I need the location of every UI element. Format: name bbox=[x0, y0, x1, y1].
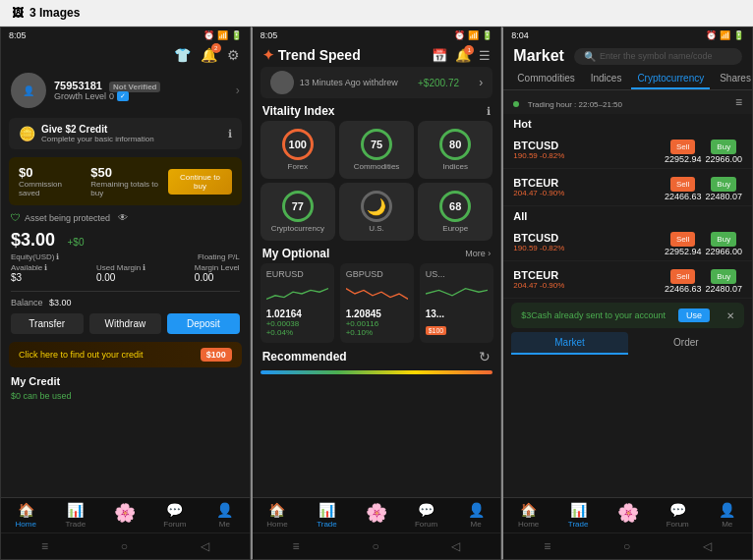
vit-card-europe: 68 Europe bbox=[418, 183, 492, 241]
p2-back-sys-btn[interactable]: ◁ bbox=[441, 537, 470, 555]
settings-icon[interactable]: ⚙ bbox=[227, 47, 240, 63]
nav-forum[interactable]: 💬 Forum bbox=[150, 502, 201, 529]
credit-banner[interactable]: Click here to find out your credit $100 bbox=[9, 342, 242, 367]
hot-btcusd-sell-button[interactable]: Sell bbox=[670, 140, 695, 154]
menu-p2-icon[interactable]: ☰ bbox=[479, 48, 491, 63]
all-btcusd-sell-group: Sell 22952.94 bbox=[665, 228, 702, 256]
all-btcusd-buy-button[interactable]: Buy bbox=[711, 232, 736, 247]
p3-circle-sys-btn[interactable]: ○ bbox=[613, 537, 640, 555]
battery-icon: 🔋 bbox=[231, 30, 242, 40]
avatar: 👤 bbox=[11, 73, 46, 108]
header-label: 3 Images bbox=[29, 6, 80, 20]
notification-icon[interactable]: 🔔2 bbox=[201, 47, 217, 63]
gbpusd-change: +0.00116 +0.10% bbox=[346, 319, 408, 337]
p2-nav-home[interactable]: 🏠 Home bbox=[253, 502, 303, 529]
shirt-icon[interactable]: 👕 bbox=[174, 47, 191, 63]
hot-btceur-sell-price: 22466.63 bbox=[665, 192, 702, 201]
hot-btceur-buy-button[interactable]: Buy bbox=[711, 177, 736, 192]
tab-indices[interactable]: Indices bbox=[585, 69, 628, 89]
p2-circle-sys-btn[interactable]: ○ bbox=[362, 537, 388, 555]
balance-details-row: Equity(USD) ℹ Floating P/L bbox=[11, 252, 240, 261]
filter-icon[interactable]: ≡ bbox=[735, 95, 742, 109]
hot-btceur-buy-group: Buy 22480.07 bbox=[705, 173, 742, 201]
give-credit-bar[interactable]: 🪙 Give $2 Credit Complete your basic inf… bbox=[9, 118, 242, 149]
tab-market[interactable]: Market bbox=[511, 332, 627, 355]
deposit-button[interactable]: Deposit bbox=[167, 313, 240, 334]
back-sys-btn[interactable]: ◁ bbox=[191, 537, 219, 555]
p3-nav-special[interactable]: 🌸 bbox=[603, 502, 653, 529]
close-cash-icon[interactable]: ✕ bbox=[726, 310, 734, 321]
search-box[interactable]: 🔍 Enter the symbol name/code bbox=[574, 48, 742, 65]
commission-remaining: $50 Remaining totals to buy bbox=[90, 165, 160, 197]
p2-nav-forum[interactable]: 💬 Forum bbox=[401, 502, 451, 529]
transfer-button[interactable]: Transfer bbox=[11, 313, 84, 334]
balance-line-text: Balance $3.00 bbox=[1, 296, 250, 309]
bell-p2-icon[interactable]: 🔔1 bbox=[455, 48, 471, 63]
title-icons: 📅 🔔1 ☰ bbox=[432, 48, 491, 63]
tab-cryptocurrency[interactable]: Cryptocurrency bbox=[631, 69, 710, 89]
withdraw-bar: 13 Minutes Ago withdrew +$200.72 › bbox=[261, 67, 493, 98]
p2-nav-me[interactable]: 👤 Me bbox=[451, 502, 501, 529]
phone2-time: 8:05 bbox=[261, 30, 278, 40]
p3-nav-trade[interactable]: 📊 Trade bbox=[553, 502, 604, 529]
eurusd-price: 1.02164 bbox=[266, 308, 328, 319]
all-btcusd-sell-button[interactable]: Sell bbox=[670, 232, 695, 247]
hot-btcusd-info: BTCUSD 190.59 -0.82% bbox=[513, 140, 665, 160]
available-value: $3 bbox=[11, 272, 47, 283]
p3-nav-forum[interactable]: 💬 Forum bbox=[653, 502, 703, 529]
optional-title: My Optional bbox=[262, 247, 330, 260]
continue-button[interactable]: Continue to buy bbox=[168, 169, 231, 195]
withdraw-button[interactable]: Withdraw bbox=[89, 313, 162, 334]
more-button[interactable]: More › bbox=[465, 249, 491, 258]
vitality-grid: 100 Forex 75 Commodities 80 Indices 77 C… bbox=[253, 121, 501, 241]
p2-forum-icon: 💬 bbox=[418, 502, 434, 518]
nav-home[interactable]: 🏠 Home bbox=[1, 502, 51, 529]
calendar-icon[interactable]: 📅 bbox=[432, 48, 447, 63]
hot-btcusd-buy-button[interactable]: Buy bbox=[711, 140, 736, 154]
menu-sys-btn[interactable]: ≡ bbox=[31, 537, 58, 555]
vit-card-crypto: 77 Cryptocurrency bbox=[261, 183, 335, 241]
all-btcusd-buttons: Sell 22952.94 Buy 22966.00 bbox=[665, 228, 742, 256]
p3-menu-sys-btn[interactable]: ≡ bbox=[534, 537, 560, 555]
alarm3-icon: ⏰ bbox=[706, 30, 717, 40]
my-credit-title: My Credit bbox=[1, 371, 250, 391]
available-label: Available ℹ bbox=[11, 263, 47, 272]
nav-special[interactable]: 🌸 bbox=[100, 502, 150, 529]
opt-card-us[interactable]: US... 13... $100 bbox=[420, 263, 493, 343]
refresh-icon[interactable]: ↻ bbox=[479, 349, 491, 364]
p2-nav-trade[interactable]: 📊 Trade bbox=[302, 502, 352, 529]
phone2-frame: 8:05 ⏰ 📶 🔋 ✦ Trend Speed 📅 🔔1 ☰ bbox=[251, 27, 502, 560]
margin-level-label: Margin Level bbox=[195, 263, 240, 272]
all-btceur-sell-price: 22466.63 bbox=[665, 284, 702, 294]
gbpusd-price: 1.20845 bbox=[346, 308, 408, 319]
all-btcusd-sell-price: 22952.94 bbox=[665, 247, 702, 256]
tab-order[interactable]: Order bbox=[628, 332, 744, 355]
p2-nav-special[interactable]: 🌸 bbox=[352, 502, 402, 529]
balance-change: +$0 bbox=[68, 237, 85, 248]
phone3-system-nav: ≡ ○ ◁ bbox=[503, 532, 752, 559]
gbpusd-symbol: GBPUSD bbox=[346, 269, 408, 279]
p3-nav-me[interactable]: 👤 Me bbox=[702, 502, 752, 529]
nav-me[interactable]: 👤 Me bbox=[200, 502, 250, 529]
nav-trade[interactable]: 📊 Trade bbox=[51, 502, 101, 529]
use-button[interactable]: Use bbox=[678, 308, 710, 322]
hot-btceur-sell-button[interactable]: Sell bbox=[670, 177, 695, 192]
opt-card-eurusd[interactable]: EURUSD 1.02164 +0.00038 +0.04% bbox=[261, 263, 334, 343]
all-btceur-buy-button[interactable]: Buy bbox=[711, 269, 736, 284]
shield-icon: 🛡 bbox=[11, 212, 21, 223]
eurusd-change: +0.00038 +0.04% bbox=[266, 319, 328, 337]
tab-commodities[interactable]: Commodities bbox=[511, 69, 580, 89]
us-badge: $100 bbox=[426, 326, 447, 335]
p3-nav-home[interactable]: 🏠 Home bbox=[503, 502, 553, 529]
p2-menu-sys-btn[interactable]: ≡ bbox=[283, 537, 310, 555]
circle-sys-btn[interactable]: ○ bbox=[111, 537, 138, 555]
all-btceur-sell-button[interactable]: Sell bbox=[670, 269, 695, 284]
chevron-right-icon[interactable]: › bbox=[236, 84, 240, 97]
coin-icon: 🪙 bbox=[19, 126, 35, 141]
p2-trade-icon: 📊 bbox=[319, 502, 335, 518]
opt-card-gbpusd[interactable]: GBPUSD 1.20845 +0.00116 +0.10% bbox=[340, 263, 414, 343]
eurusd-chart-svg bbox=[266, 282, 328, 306]
tab-shares[interactable]: Shares bbox=[714, 69, 753, 89]
p3-back-sys-btn[interactable]: ◁ bbox=[693, 537, 722, 555]
available-item: Available ℹ $3 bbox=[11, 263, 47, 283]
